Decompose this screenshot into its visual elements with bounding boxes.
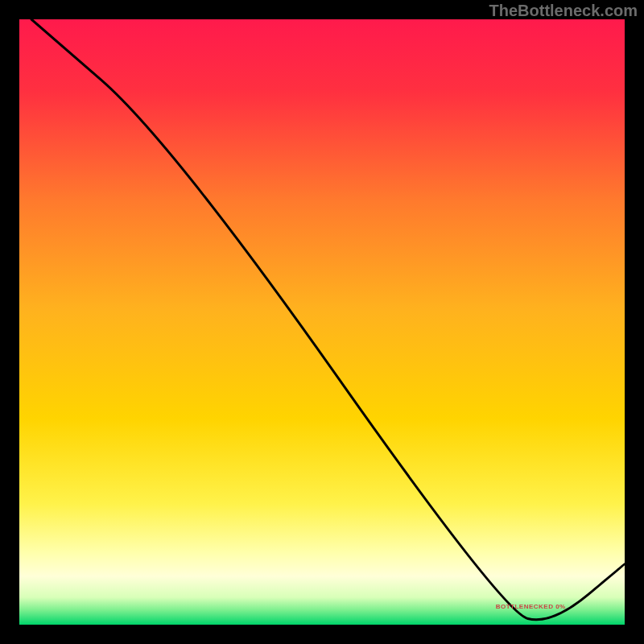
gradient-background [19, 19, 625, 625]
plot-svg [19, 19, 625, 625]
bottleneck-annotation: BOTTLENECKED 0% [496, 603, 566, 610]
chart-frame: BOTTLENECKED 0% TheBottleneck.com [0, 0, 644, 644]
watermark-text: TheBottleneck.com [489, 2, 638, 20]
plot-area: BOTTLENECKED 0% [19, 19, 625, 625]
